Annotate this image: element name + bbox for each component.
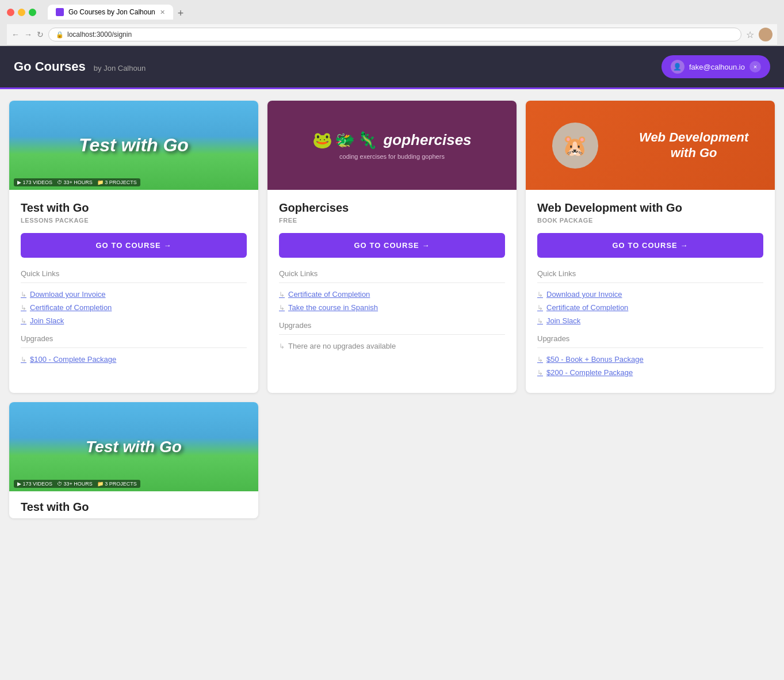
upgrade-link-book-w[interactable]: ↳ $50 - Book + Bonus Package xyxy=(537,355,763,364)
thumb-title-test-go: Test with Go xyxy=(74,131,193,160)
site-title-area: Go Courses by Jon Calhoun xyxy=(14,59,146,74)
quick-links-section-gophercises: Quick Links ↳ Certificate of Completion … xyxy=(279,269,505,312)
bottom-course-title-area: Test with Go xyxy=(9,491,258,518)
course-name-gophercises: Gophercises xyxy=(279,201,505,215)
upgrades-label-g: Upgrades xyxy=(279,321,505,330)
quick-link-spanish-g[interactable]: ↳ Take the course in Spanish xyxy=(279,303,505,312)
user-account-button[interactable]: 👤 fake@calhoun.io × xyxy=(661,55,770,78)
maximize-button[interactable] xyxy=(29,9,36,16)
gophercises-tagline: coding exercises for budding gophers xyxy=(339,153,445,160)
logout-button[interactable]: × xyxy=(749,61,761,72)
quick-links-label: Quick Links xyxy=(21,269,247,278)
quick-links-section-webdev-go: Quick Links ↳ Download your Invoice ↳ Ce… xyxy=(537,269,763,325)
course-card-test-with-go: Test with Go ▶ 173 VIDEOS ⏱ 33+ HOURS 📁 … xyxy=(9,101,258,393)
quick-link-slack-1[interactable]: ↳ Join Slack xyxy=(21,316,247,325)
tab-close-button[interactable]: ✕ xyxy=(160,9,165,16)
forward-button[interactable]: → xyxy=(24,30,32,39)
browser-chrome: Go Courses by Jon Calhoun ✕ + ← → ↻ 🔒 lo… xyxy=(0,0,784,46)
link-arrow-icon: ↳ xyxy=(537,356,543,364)
course-card-webdev-go: 🐹 Web Developmentwith Go Web Development… xyxy=(526,101,775,393)
link-arrow-icon: ↳ xyxy=(279,304,285,312)
traffic-lights xyxy=(7,9,36,16)
upgrades-section-test-with-go: Upgrades ↳ $100 - Complete Package xyxy=(21,334,247,364)
site-title: Go Courses by Jon Calhoun xyxy=(14,59,146,74)
upgrades-divider-w xyxy=(537,347,763,348)
new-tab-button[interactable]: + xyxy=(173,7,189,20)
quick-links-divider xyxy=(21,282,247,283)
url-text: localhost:3000/signin xyxy=(67,30,132,39)
go-to-course-button-test-with-go[interactable]: GO TO COURSE → xyxy=(21,233,247,258)
gopher-icon-webdev: 🐹 xyxy=(552,123,598,169)
address-bar-row: ← → ↻ 🔒 localhost:3000/signin ☆ xyxy=(7,24,777,45)
bottom-course-name: Test with Go xyxy=(21,501,247,514)
quick-link-cert-w[interactable]: ↳ Certificate of Completion xyxy=(537,303,763,312)
quick-links-label-w: Quick Links xyxy=(537,269,763,278)
upgrade-link-complete-1[interactable]: ↳ $100 - Complete Package xyxy=(21,355,247,364)
active-tab[interactable]: Go Courses by Jon Calhoun ✕ xyxy=(48,5,173,20)
course-thumbnail-test-go: Test with Go ▶ 173 VIDEOS ⏱ 33+ HOURS 📁 … xyxy=(9,101,258,190)
quick-link-cert-1[interactable]: ↳ Certificate of Completion xyxy=(21,303,247,312)
course-package-test-with-go: LESSONS PACKAGE xyxy=(21,217,247,224)
link-arrow-icon: ↳ xyxy=(21,291,26,299)
reload-button[interactable]: ↻ xyxy=(37,30,44,39)
course-package-webdev-go: BOOK PACKAGE xyxy=(537,217,763,224)
course-body-gophercises: Gophercises FREE GO TO COURSE → Quick Li… xyxy=(267,190,517,362)
courses-grid: Test with Go ▶ 173 VIDEOS ⏱ 33+ HOURS 📁 … xyxy=(9,101,775,393)
minimize-button[interactable] xyxy=(18,9,25,16)
quick-links-divider-g xyxy=(279,282,505,283)
course-body-webdev-go: Web Development with Go BOOK PACKAGE GO … xyxy=(526,190,775,393)
course-thumbnail-webdev-go: 🐹 Web Developmentwith Go xyxy=(526,101,775,190)
main-content: Test with Go ▶ 173 VIDEOS ⏱ 33+ HOURS 📁 … xyxy=(0,89,784,607)
link-arrow-icon: ↳ xyxy=(537,317,543,325)
course-body-test-with-go: Test with Go LESSONS PACKAGE GO TO COURS… xyxy=(9,190,258,380)
close-button[interactable] xyxy=(7,9,14,16)
link-arrow-icon: ↳ xyxy=(537,369,543,377)
course-name-webdev-go: Web Development with Go xyxy=(537,201,763,215)
quick-links-section-test-with-go: Quick Links ↳ Download your Invoice ↳ Ce… xyxy=(21,269,247,325)
thumb-stats-test-go: ▶ 173 VIDEOS ⏱ 33+ HOURS 📁 3 PROJECTS xyxy=(14,178,140,186)
go-to-course-button-webdev-go[interactable]: GO TO COURSE → xyxy=(537,233,763,258)
tab-title: Go Courses by Jon Calhoun xyxy=(68,8,155,16)
quick-link-invoice-1[interactable]: ↳ Download your Invoice xyxy=(21,290,247,299)
upgrades-divider xyxy=(21,347,247,348)
link-arrow-icon: ↳ xyxy=(537,291,543,299)
no-upgrade-icon: ↳ xyxy=(279,342,285,350)
user-icon: 👤 xyxy=(671,60,684,74)
quick-links-label-g: Quick Links xyxy=(279,269,505,278)
tab-bar: Go Courses by Jon Calhoun ✕ + xyxy=(48,5,188,20)
course-name-test-with-go: Test with Go xyxy=(21,201,247,215)
quick-link-cert-g[interactable]: ↳ Certificate of Completion xyxy=(279,290,505,299)
bookmark-button[interactable]: ☆ xyxy=(746,29,754,40)
tab-favicon xyxy=(56,8,64,16)
link-arrow-icon: ↳ xyxy=(279,291,285,299)
user-email: fake@calhoun.io xyxy=(689,63,745,71)
course-thumbnail-gophercises: 🐸 🐲 🦎 gophercises coding exercises for b… xyxy=(267,101,517,190)
link-arrow-icon: ↳ xyxy=(21,356,26,364)
upgrades-divider-g xyxy=(279,334,505,335)
go-to-course-button-gophercises[interactable]: GO TO COURSE → xyxy=(279,233,505,258)
bottom-card-test-with-go: Test with Go ▶ 173 VIDEOS ⏱ 33+ HOURS 📁 … xyxy=(9,402,258,518)
course-package-gophercises: FREE xyxy=(279,217,505,224)
course-card-gophercises: 🐸 🐲 🦎 gophercises coding exercises for b… xyxy=(267,101,517,393)
back-button[interactable]: ← xyxy=(12,30,20,39)
upgrades-label-w: Upgrades xyxy=(537,334,763,343)
quick-links-divider-w xyxy=(537,282,763,283)
upgrades-section-webdev-go: Upgrades ↳ $50 - Book + Bonus Package ↳ … xyxy=(537,334,763,377)
gopher-mascot-1: 🐸 xyxy=(312,131,332,150)
quick-link-invoice-w[interactable]: ↳ Download your Invoice xyxy=(537,290,763,299)
browser-user-avatar xyxy=(759,28,772,41)
gopher-mascot-3: 🦎 xyxy=(357,131,377,150)
bottom-cards-row: Test with Go ▶ 173 VIDEOS ⏱ 33+ HOURS 📁 … xyxy=(9,402,775,518)
quick-link-slack-w[interactable]: ↳ Join Slack xyxy=(537,316,763,325)
bottom-thumb-test-go: Test with Go ▶ 173 VIDEOS ⏱ 33+ HOURS 📁 … xyxy=(9,402,258,491)
lock-icon: 🔒 xyxy=(56,31,64,39)
upgrade-link-complete-w[interactable]: ↳ $200 - Complete Package xyxy=(537,368,763,377)
gophercises-title: gophercises xyxy=(383,131,471,149)
by-text: by Jon Calhoun xyxy=(94,64,146,72)
link-arrow-icon: ↳ xyxy=(21,304,26,312)
gopher-mascot-2: 🐲 xyxy=(335,131,355,150)
no-upgrades-text: ↳ There are no upgrades available xyxy=(279,342,505,350)
link-arrow-icon: ↳ xyxy=(537,304,543,312)
address-bar[interactable]: 🔒 localhost:3000/signin xyxy=(48,28,741,41)
site-header: Go Courses by Jon Calhoun 👤 fake@calhoun… xyxy=(0,46,784,89)
